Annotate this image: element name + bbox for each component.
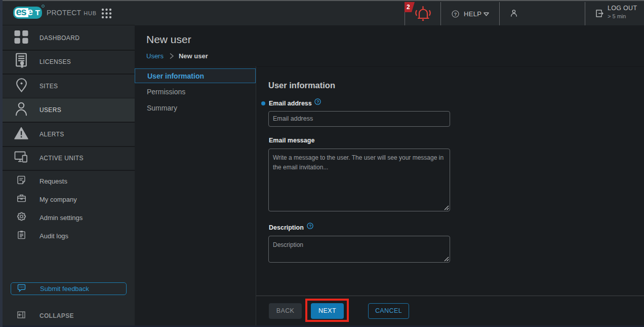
svg-text:?: ? — [454, 12, 457, 17]
svg-text:?: ? — [316, 99, 319, 104]
svg-text:2: 2 — [407, 4, 410, 11]
svg-text:?: ? — [309, 224, 311, 229]
